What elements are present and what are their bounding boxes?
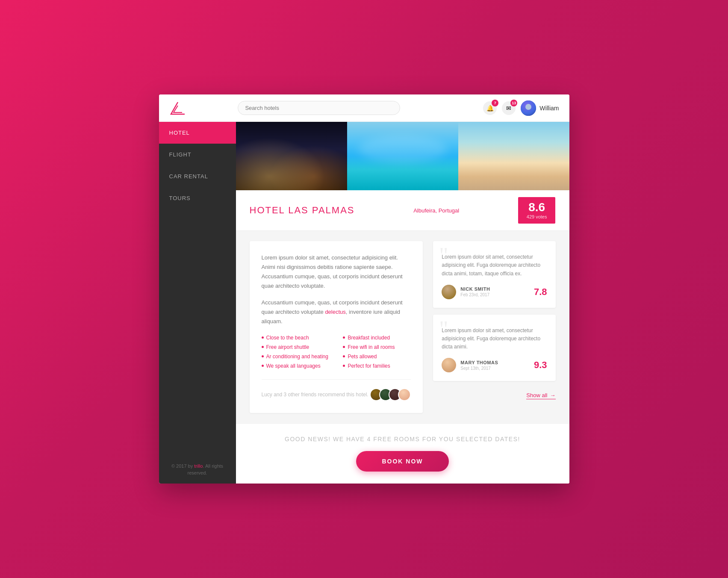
hotel-photo-2 bbox=[347, 122, 458, 190]
logo-icon bbox=[169, 100, 186, 116]
hotel-name-prefix: HOTEL bbox=[250, 205, 289, 215]
hotel-info-bar: HOTEL LAS PALMAS Albufeira, Portugal 8.6… bbox=[236, 190, 569, 231]
hotel-location-link[interactable]: Albufeira, Portugal bbox=[413, 207, 459, 214]
detail-section: Lorem ipsum dolor sit amet, consectetur … bbox=[236, 231, 569, 423]
avatar-image bbox=[521, 100, 536, 116]
notification-count-2: 13 bbox=[510, 100, 517, 106]
username-label: William bbox=[539, 105, 559, 112]
quote-mark-1: " bbox=[439, 245, 448, 267]
description-2: Accusantium cumque, quas, ut corporis in… bbox=[262, 298, 411, 326]
reviewer-info-1: NICK SMITH Feb 23rd, 2017 bbox=[460, 286, 530, 297]
hotel-location: Albufeira, Portugal bbox=[413, 206, 459, 214]
show-all-arrow: → bbox=[550, 392, 556, 398]
book-now-button[interactable]: BOOK NOW bbox=[356, 451, 448, 472]
hotel-name-highlight: LAS PALMAS bbox=[288, 205, 354, 215]
reviewer-date-1: Feb 23rd, 2017 bbox=[460, 292, 530, 297]
amenity-dot bbox=[343, 346, 345, 348]
recommendation-text: Lucy and 3 other friends recommend this … bbox=[262, 392, 368, 398]
reviews-column: " Lorem ipsum dolor sit amet, consectetu… bbox=[433, 241, 555, 413]
review-card-1: " Lorem ipsum dolor sit amet, consectetu… bbox=[433, 241, 555, 308]
amenity-dot bbox=[262, 355, 264, 357]
amenity-label-6: We speak all languages bbox=[266, 363, 321, 369]
reviewer-1: NICK SMITH Feb 23rd, 2017 7.8 bbox=[442, 285, 547, 299]
amenity-item-6: We speak all languages bbox=[262, 363, 330, 369]
photo-1-inner bbox=[236, 122, 347, 190]
amenity-label-2: Free airport shuttle bbox=[266, 344, 309, 350]
reviewer-avatar-2 bbox=[442, 358, 456, 372]
amenity-dot bbox=[262, 365, 264, 367]
show-all-label: Show all bbox=[526, 392, 547, 398]
amenity-item-5: Pets allowed bbox=[343, 354, 411, 360]
content-area: HOTEL LAS PALMAS Albufeira, Portugal 8.6… bbox=[236, 122, 569, 484]
header: 🔔 7 ✉ 13 William bbox=[159, 94, 569, 122]
quote-mark-2: " bbox=[439, 318, 448, 340]
hotel-name-text: HOTEL LAS PALMAS bbox=[250, 205, 355, 215]
amenity-dot bbox=[262, 336, 264, 339]
show-all-link[interactable]: Show all → bbox=[526, 392, 555, 399]
reviewer-avatar-1 bbox=[442, 285, 456, 299]
reviewer-2: MARY THOMAS Sept 13th, 2017 9.3 bbox=[442, 358, 547, 372]
amenity-item-7: Perfect for families bbox=[343, 363, 411, 369]
envelope-icon: ✉ bbox=[506, 105, 511, 112]
search-bar bbox=[238, 101, 400, 115]
amenity-label-0: Close to the beach bbox=[266, 335, 309, 341]
sidebar-item-tours[interactable]: TOURS bbox=[159, 187, 236, 209]
description-1: Lorem ipsum dolor sit amet, consectetur … bbox=[262, 253, 411, 291]
header-right: 🔔 7 ✉ 13 William bbox=[483, 100, 559, 116]
amenity-dot bbox=[262, 346, 264, 348]
sidebar-item-hotel[interactable]: HOTEL bbox=[159, 122, 236, 144]
user-profile[interactable]: William bbox=[521, 100, 559, 116]
amenity-label-4: Ar conditioning and heating bbox=[266, 354, 328, 360]
rating-badge: 8.6 429 votes bbox=[518, 197, 556, 224]
reviewer-name-1: NICK SMITH bbox=[460, 286, 530, 292]
sidebar: HOTEL FLIGHT CAR RENTAL TOURS © 2017 by … bbox=[159, 122, 236, 484]
amenity-dot bbox=[343, 365, 345, 367]
notification-badge-1[interactable]: 🔔 7 bbox=[483, 101, 497, 115]
review-card-2: " Lorem ipsum dolor sit amet, consectetu… bbox=[433, 315, 555, 381]
amenity-dot bbox=[343, 336, 345, 339]
amenity-dot bbox=[343, 355, 345, 357]
review-text-1: Lorem ipsum dolor sit amet, consectetur … bbox=[442, 250, 547, 278]
notification-count-1: 7 bbox=[492, 100, 498, 106]
copyright-text: © 2017 by trillo. All rights reserved. bbox=[171, 463, 223, 476]
amenity-item-4: Ar conditioning and heating bbox=[262, 354, 330, 360]
friend-avatars bbox=[370, 388, 411, 401]
hotel-name: HOTEL LAS PALMAS bbox=[250, 205, 355, 216]
sidebar-footer: © 2017 by trillo. All rights reserved. bbox=[159, 456, 236, 484]
logo bbox=[169, 100, 186, 116]
hotel-details-card: Lorem ipsum dolor sit amet, consectetur … bbox=[250, 241, 423, 413]
sidebar-item-car-rental[interactable]: CAR RENTAL bbox=[159, 165, 236, 187]
amenity-item-1: Breakfast included bbox=[343, 335, 411, 341]
reviewer-info-2: MARY THOMAS Sept 13th, 2017 bbox=[460, 360, 530, 371]
review-score-1: 7.8 bbox=[534, 286, 547, 298]
notification-badge-2[interactable]: ✉ 13 bbox=[502, 101, 516, 115]
amenity-item-0: Close to the beach bbox=[262, 335, 330, 341]
hotel-photo-3 bbox=[458, 122, 569, 190]
trillo-link[interactable]: trillo bbox=[194, 463, 203, 469]
amenity-label-5: Pets allowed bbox=[348, 354, 377, 360]
friends-recommendation: Lucy and 3 other friends recommend this … bbox=[262, 379, 411, 401]
search-input[interactable] bbox=[238, 101, 400, 115]
show-all-container: Show all → bbox=[433, 388, 555, 403]
bottom-banner: GOOD NEWS! WE HAVE 4 FREE ROOMS FOR YOU … bbox=[236, 423, 569, 484]
rating-score: 8.6 bbox=[527, 201, 547, 213]
amenity-label-1: Breakfast included bbox=[348, 335, 390, 341]
amenity-label-3: Free wifi in all rooms bbox=[348, 344, 395, 350]
amenities-grid: Close to the beach Breakfast included Fr… bbox=[262, 335, 411, 369]
main-layout: HOTEL FLIGHT CAR RENTAL TOURS © 2017 by … bbox=[159, 122, 569, 484]
review-text-2: Lorem ipsum dolor sit amet, consectetur … bbox=[442, 323, 547, 351]
amenity-item-3: Free wifi in all rooms bbox=[343, 344, 411, 350]
rating-votes: 429 votes bbox=[527, 214, 547, 219]
reviewer-date-2: Sept 13th, 2017 bbox=[460, 366, 530, 371]
amenity-item-2: Free airport shuttle bbox=[262, 344, 330, 350]
sidebar-item-flight[interactable]: FLIGHT bbox=[159, 144, 236, 165]
photo-strip bbox=[236, 122, 569, 190]
reviewer-name-2: MARY THOMAS bbox=[460, 360, 530, 365]
amenity-label-7: Perfect for families bbox=[348, 363, 390, 369]
avatar bbox=[521, 100, 536, 116]
review-score-2: 9.3 bbox=[534, 360, 547, 371]
delectus-link[interactable]: delectus bbox=[325, 309, 345, 315]
hotel-photo-1 bbox=[236, 122, 347, 190]
friend-avatar-4 bbox=[398, 388, 411, 401]
good-news-text: GOOD NEWS! WE HAVE 4 FREE ROOMS FOR YOU … bbox=[248, 436, 557, 442]
